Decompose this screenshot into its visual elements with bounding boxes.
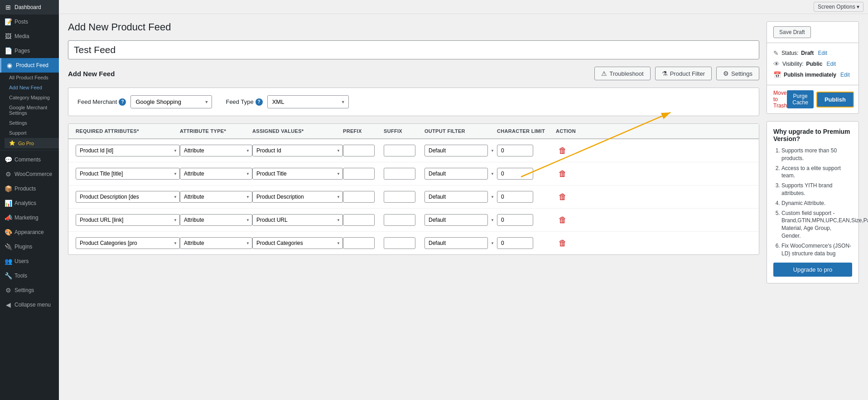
sidebar-item-all-feeds[interactable]: All Product Feeds — [5, 73, 59, 83]
sidebar-item-dashboard[interactable]: ⊞ Dashboard — [0, 0, 59, 15]
sidebar-item-products[interactable]: 📦 Products — [0, 181, 59, 196]
assigned-val-select-3[interactable]: Product URL — [252, 214, 343, 226]
attr-type-select-4[interactable]: Attribute — [180, 237, 252, 249]
delete-row-button-2[interactable]: 🗑 — [556, 191, 569, 203]
upgrade-button[interactable]: Upgrade to pro — [773, 263, 852, 277]
required-attr-select-2[interactable]: Product Description [des — [76, 191, 180, 203]
sidebar-item-add-new-feed[interactable]: Add New Feed — [5, 83, 59, 93]
sidebar-item-appearance[interactable]: 🎨 Appearance — [0, 225, 59, 239]
required-attr-select-4[interactable]: Product Categories [pro — [76, 237, 180, 249]
assigned-val-select-wrap-2: Product Description — [252, 191, 343, 203]
table-row: Product Title [title] Attribute Product … — [68, 162, 759, 185]
premium-list-item-3: Dynamic Attribute. — [781, 200, 852, 207]
delete-row-button-3[interactable]: 🗑 — [556, 215, 569, 226]
feed-type-help-icon[interactable]: ? — [256, 98, 263, 106]
attr-type-select-3[interactable]: Attribute — [180, 214, 252, 226]
sidebar-item-settings[interactable]: ⚙ Settings — [0, 283, 59, 298]
sidebar-item-google-merchant[interactable]: Google Merchant Settings — [5, 102, 59, 118]
required-attr-select-wrap-3: Product URL [link] — [76, 214, 180, 226]
sidebar-item-marketing[interactable]: 📣 Marketing — [0, 210, 59, 225]
attr-type-select-1[interactable]: Attribute — [180, 168, 252, 180]
assigned-val-select-2[interactable]: Product Description — [252, 191, 343, 203]
sidebar-item-posts[interactable]: 📝 Posts — [0, 15, 59, 29]
output-filter-wrap-1: Default — [424, 168, 497, 180]
visibility-edit-link[interactable]: Edit — [826, 61, 836, 67]
delete-row-button-0[interactable]: 🗑 — [556, 145, 569, 156]
sidebar-item-collapse[interactable]: ◀ Collapse menu — [0, 298, 59, 312]
suffix-input-2[interactable] — [384, 191, 415, 203]
sidebar-item-support[interactable]: Support — [5, 128, 59, 138]
sidebar-item-comments[interactable]: 💬 Comments — [0, 152, 59, 167]
sidebar-item-tools[interactable]: 🔧 Tools — [0, 268, 59, 283]
required-attr-select-wrap-2: Product Description [des — [76, 191, 180, 203]
required-attr-select-3[interactable]: Product URL [link] — [76, 214, 180, 226]
char-limit-input-0[interactable] — [497, 145, 533, 156]
product-filter-button[interactable]: ⚗ Product Filter — [655, 67, 712, 80]
suffix-input-3[interactable] — [384, 214, 415, 226]
prefix-input-1[interactable] — [343, 168, 375, 180]
sidebar-item-media[interactable]: 🖼 Media — [0, 29, 59, 44]
required-attr-select-wrap-4: Product Categories [pro — [76, 237, 180, 249]
sidebar-item-users[interactable]: 👥 Users — [0, 254, 59, 268]
marketing-icon: 📣 — [5, 214, 12, 221]
sidebar-item-woocommerce[interactable]: ⚙ WooCommerce — [0, 167, 59, 181]
sidebar-item-go-pro[interactable]: ⭐ Go Pro — [5, 138, 59, 148]
char-limit-input-1[interactable] — [497, 168, 533, 180]
delete-row-button-4[interactable]: 🗑 — [556, 238, 569, 249]
assigned-val-select-wrap-1: Product Title — [252, 168, 343, 180]
settings-button[interactable]: ⚙ Settings — [716, 67, 759, 80]
delete-row-button-1[interactable]: 🗑 — [556, 168, 569, 180]
col-header-suffix: SUFFIX — [384, 128, 424, 134]
assigned-val-select-wrap-4: Product Categories — [252, 237, 343, 249]
output-filter-select-4[interactable]: Default — [424, 237, 488, 249]
feed-name-input[interactable] — [68, 40, 759, 59]
suffix-input-4[interactable] — [384, 237, 415, 249]
suffix-cell-2 — [384, 191, 424, 203]
status-edit-link[interactable]: Edit — [818, 50, 827, 56]
attr-type-select-2[interactable]: Attribute — [180, 191, 252, 203]
assigned-val-select-1[interactable]: Product Title — [252, 168, 343, 180]
feed-merchant-select[interactable]: Google Shopping Facebook Amazon Bing — [130, 95, 212, 108]
right-sidebar: Save Draft ✎ Status: Draft Edit 👁 Visibi… — [759, 21, 859, 393]
sidebar-item-plugins[interactable]: 🔌 Plugins — [0, 239, 59, 254]
required-attr-select-0[interactable]: Product Id [id] — [76, 145, 180, 156]
save-draft-button[interactable]: Save Draft — [773, 26, 811, 38]
suffix-cell-1 — [384, 168, 424, 180]
output-filter-select-1[interactable]: Default — [424, 168, 488, 180]
suffix-input-1[interactable] — [384, 168, 415, 180]
char-limit-input-4[interactable] — [497, 237, 533, 249]
required-attr-select-1[interactable]: Product Title [title] — [76, 168, 180, 180]
feed-type-select[interactable]: XML CSV TSV TXT — [267, 95, 349, 108]
assigned-val-select-4[interactable]: Product Categories — [252, 237, 343, 249]
feed-merchant-select-wrapper: Google Shopping Facebook Amazon Bing — [130, 95, 212, 108]
col-header-output-filter: OUTPUT FILTER — [424, 128, 497, 134]
sidebar-item-settings-sub[interactable]: Settings — [5, 118, 59, 128]
char-limit-input-3[interactable] — [497, 214, 533, 226]
publish-button[interactable]: Publish — [816, 92, 854, 107]
publish-time-edit-link[interactable]: Edit — [840, 72, 850, 78]
suffix-input-0[interactable] — [384, 145, 415, 156]
output-filter-select-3[interactable]: Default — [424, 214, 488, 226]
assigned-val-select-0[interactable]: Product Id — [252, 145, 343, 156]
char-limit-input-2[interactable] — [497, 191, 533, 203]
sidebar-item-pages[interactable]: 📄 Pages — [0, 44, 59, 58]
col-header-action: ACTION — [556, 128, 583, 134]
screen-options-button[interactable]: Screen Options ▾ — [814, 2, 863, 12]
sidebar-item-analytics[interactable]: 📊 Analytics — [0, 196, 59, 210]
prefix-input-2[interactable] — [343, 191, 375, 203]
merchant-help-icon[interactable]: ? — [119, 98, 126, 106]
move-to-trash-link[interactable]: Move to Trash — [773, 90, 787, 109]
troubleshoot-button[interactable]: ⚠ Troubleshoot — [594, 67, 650, 80]
prefix-input-0[interactable] — [343, 145, 375, 156]
col-header-required: REQUIRED ATTRIBUTES* — [76, 128, 180, 134]
purge-cache-button[interactable]: Purge Cache — [787, 90, 814, 108]
prefix-input-3[interactable] — [343, 214, 375, 226]
suffix-cell-0 — [384, 145, 424, 156]
table-row: Product Categories [pro Attribute Produc… — [68, 232, 759, 254]
sidebar-item-product-feed[interactable]: ◉ Product Feed — [0, 58, 59, 73]
output-filter-select-2[interactable]: Default — [424, 191, 488, 203]
output-filter-select-0[interactable]: Default — [424, 145, 488, 156]
sidebar-item-category-mapping[interactable]: Category Mapping — [5, 93, 59, 102]
prefix-input-4[interactable] — [343, 237, 375, 249]
attr-type-select-0[interactable]: Attribute — [180, 145, 252, 156]
